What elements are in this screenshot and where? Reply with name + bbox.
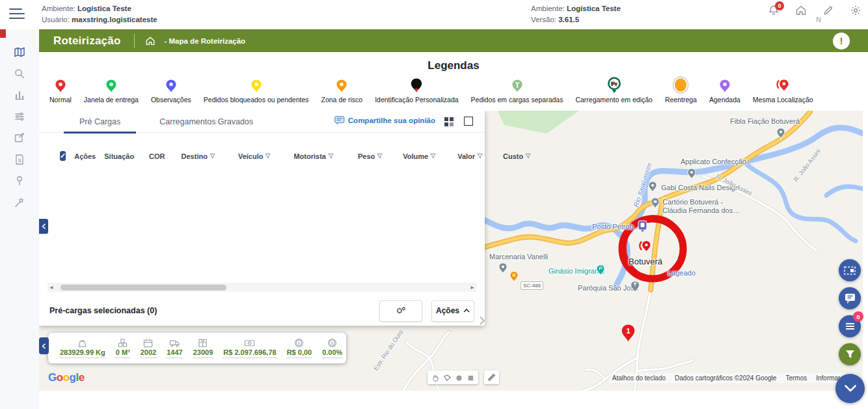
- map-label: Posto Petrob…: [592, 223, 641, 231]
- numbered-pin[interactable]: 1: [621, 324, 636, 346]
- filter-funnel-icon: [845, 350, 855, 359]
- acoes-button[interactable]: Ações: [431, 300, 474, 322]
- column-acoes[interactable]: Ações: [74, 152, 96, 160]
- app-screen: Ambiente: Logística Teste Usuário: maxst…: [0, 0, 868, 409]
- poi-pin-gray[interactable]: [648, 181, 657, 193]
- legend-title: Legendas: [39, 52, 868, 72]
- notifications-bell-icon[interactable]: 0: [768, 5, 780, 16]
- sidebar-item-search-icon[interactable]: [14, 68, 25, 79]
- column-motorista[interactable]: Motorista: [293, 152, 334, 160]
- sidebar-item-invoice-icon[interactable]: $: [14, 154, 25, 165]
- map-label: Fibla Fiação Botuverá: [730, 117, 800, 125]
- rectangle-tool-icon[interactable]: [467, 373, 475, 382]
- sidebar-item-routes-icon[interactable]: [14, 111, 25, 122]
- chat-fab[interactable]: [839, 287, 861, 309]
- scroll-left-arrow[interactable]: ◄: [47, 285, 55, 290]
- column-situacao[interactable]: Situação: [104, 152, 134, 160]
- select-area-fab[interactable]: [839, 259, 861, 281]
- feedback-link[interactable]: Compartilhe sua opinião: [334, 116, 435, 124]
- filter-icon[interactable]: [328, 153, 334, 159]
- maximize-icon[interactable]: [464, 117, 473, 126]
- sidebar-item-tools-icon[interactable]: [14, 197, 25, 208]
- sidebar-item-edit-icon[interactable]: [14, 132, 25, 144]
- filter-icon[interactable]: [430, 153, 436, 159]
- map-attribution: Atalhos do teclado Dados cartográficos ©…: [610, 373, 856, 383]
- list-fab[interactable]: 0: [839, 315, 861, 337]
- scroll-right-arrow[interactable]: ►: [468, 285, 476, 290]
- column-peso[interactable]: Peso: [358, 152, 383, 160]
- filter-fab[interactable]: [839, 343, 861, 365]
- sidebar-item-chart-icon[interactable]: [14, 89, 25, 101]
- sidebar-item-pin-icon[interactable]: [14, 175, 25, 187]
- home-icon[interactable]: [795, 5, 807, 16]
- panel-footer: Pré-cargas selecionadas (0) Ações: [39, 296, 485, 326]
- column-valor[interactable]: Valor: [457, 152, 483, 160]
- poi-pin-church[interactable]: [630, 280, 640, 294]
- measure-ruler-button[interactable]: [484, 371, 499, 384]
- pre-cargas-panel: Pré Cargas Carregamentos Gravados Compar…: [39, 111, 485, 326]
- truck-icon: [169, 338, 180, 348]
- keyboard-shortcuts-link[interactable]: Atalhos do teclado: [612, 374, 666, 382]
- environment-version-info: Ambiente: Logística Teste Versão: 3.61.5: [531, 3, 621, 25]
- map-label: Paróquia São José: [578, 284, 638, 292]
- filter-icon[interactable]: [265, 153, 271, 159]
- pan-hand-icon[interactable]: [431, 373, 440, 382]
- page-title: Roteirização: [53, 35, 121, 48]
- terms-link[interactable]: Termos: [785, 374, 807, 382]
- svg-text:$: $: [331, 341, 334, 345]
- poi-pin-gray[interactable]: [687, 168, 696, 180]
- poi-pin-gray[interactable]: [776, 128, 785, 140]
- map-data-text: Dados cartográficos ©2024 Google: [675, 374, 776, 382]
- left-sidebar: $: [0, 29, 39, 409]
- column-custo[interactable]: Custo: [503, 152, 531, 160]
- column-volume[interactable]: Volume: [403, 152, 436, 160]
- pin-orange-icon: [334, 78, 349, 94]
- poi-pin-gray[interactable]: [498, 262, 508, 275]
- poi-pin-teal[interactable]: [596, 264, 605, 277]
- usuario-label: Usuário:: [42, 16, 70, 23]
- scrollbar-track[interactable]: [55, 283, 468, 292]
- alert-button[interactable]: !: [833, 33, 850, 49]
- poi-pin-building[interactable]: [651, 197, 660, 210]
- sidebar-item-map-icon[interactable]: [14, 46, 25, 58]
- poi-pin-gas-station[interactable]: [638, 220, 647, 232]
- pin-purple-icon: [718, 78, 732, 94]
- legend-item-carregamento-em-edicao: Carregamento em edição: [575, 76, 652, 104]
- versao-label: Versão:: [531, 16, 556, 23]
- panel-tab-bar: Pré Cargas Carregamentos Gravados Compar…: [39, 111, 485, 133]
- legend-item-normal: Normal: [49, 78, 72, 104]
- layout-grid-icon[interactable]: [444, 117, 454, 126]
- poi-pin-restaurant[interactable]: [509, 271, 519, 283]
- circle-tool-icon[interactable]: [455, 373, 463, 382]
- horizontal-scrollbar[interactable]: ◄ ►: [47, 283, 476, 292]
- tab-carregamentos-gravados[interactable]: Carregamentos Gravados: [159, 111, 253, 133]
- table-header-row: ✓ Ações Situação COR Destino Veículo Mot…: [39, 151, 485, 161]
- column-veiculo[interactable]: Veículo: [238, 152, 271, 160]
- column-cor[interactable]: COR: [149, 152, 165, 160]
- filter-icon[interactable]: [377, 153, 383, 159]
- filter-icon[interactable]: [477, 153, 483, 159]
- chevron-down-icon: [845, 385, 856, 392]
- tab-pre-cargas[interactable]: Pré Cargas: [64, 111, 136, 133]
- stats-collapse-button[interactable]: [39, 337, 49, 354]
- filter-icon[interactable]: [210, 153, 215, 159]
- select-all-checkbox[interactable]: ✓: [60, 151, 66, 161]
- pin-same-location-icon: [774, 78, 791, 94]
- column-destino[interactable]: Destino: [182, 152, 215, 160]
- breadcrumb-home-icon[interactable]: [145, 36, 156, 46]
- settings-gears-button[interactable]: [379, 300, 422, 322]
- panel-collapse-button[interactable]: [39, 219, 48, 234]
- map-label: Cartório Botuverá -: [662, 198, 723, 206]
- scrollbar-thumb[interactable]: [61, 285, 226, 290]
- hamburger-menu-icon[interactable]: [9, 8, 25, 20]
- settings-gear-icon[interactable]: [850, 5, 861, 16]
- pin-black-red-icon: [409, 76, 424, 94]
- same-location-pin[interactable]: [636, 238, 653, 257]
- polygon-tool-icon[interactable]: [443, 373, 452, 382]
- dashed-rectangle-icon: [844, 266, 856, 275]
- expand-map-fab[interactable]: [835, 374, 865, 403]
- google-logo: Google: [48, 371, 85, 384]
- edit-pencil-icon[interactable]: [822, 5, 834, 16]
- filter-icon[interactable]: [525, 153, 531, 159]
- map-label: Cláudia Fernanda dos…: [662, 206, 740, 214]
